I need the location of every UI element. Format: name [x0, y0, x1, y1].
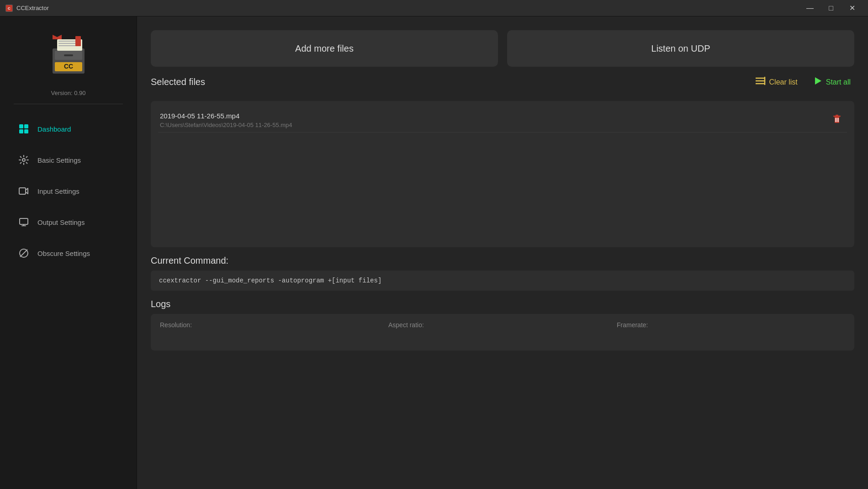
dashboard-icon — [17, 122, 30, 135]
basic-settings-label: Basic Settings — [37, 156, 81, 164]
log-framerate: Framerate: — [617, 321, 845, 329]
svg-rect-14 — [19, 124, 23, 128]
selected-files-title: Selected files — [151, 77, 205, 87]
start-all-icon — [814, 77, 822, 87]
sidebar-item-dashboard[interactable]: Dashboard — [4, 114, 133, 144]
files-list: 2019-04-05 11-26-55.mp4 C:\Users\Stefan\… — [151, 101, 854, 247]
framerate-label: Framerate: — [617, 321, 648, 329]
app-icon: C — [5, 5, 13, 12]
settings-icon — [17, 154, 30, 166]
svg-rect-17 — [24, 129, 28, 133]
svg-line-22 — [20, 250, 27, 257]
resolution-label: Resolution: — [160, 321, 192, 329]
close-button[interactable]: ✕ — [842, 0, 863, 16]
delete-file-button[interactable] — [829, 112, 845, 128]
logs-box: Resolution: Aspect ratio: Framerate: — [151, 314, 854, 351]
maximize-button[interactable]: □ — [820, 0, 842, 16]
output-settings-label: Output Settings — [37, 218, 85, 226]
sidebar-item-basic-settings[interactable]: Basic Settings — [4, 145, 133, 175]
dashboard-label: Dashboard — [37, 125, 71, 133]
title-bar-controls: — □ ✕ — [799, 0, 863, 16]
start-all-button[interactable]: Start all — [810, 75, 854, 89]
logo-svg: CC — [46, 32, 91, 78]
svg-rect-4 — [64, 54, 73, 56]
file-info: 2019-04-05 11-26-55.mp4 C:\Users\Stefan\… — [160, 112, 292, 128]
app-container: CC Version: 0.90 — [0, 16, 868, 489]
top-buttons: Add more files Listen on UDP — [151, 30, 854, 67]
app-logo: CC — [39, 26, 98, 85]
main-content: Add more files Listen on UDP Selected fi… — [137, 16, 868, 489]
sidebar-nav: Dashboard Basic Settings — [0, 113, 137, 269]
logs-title: Logs — [151, 299, 854, 309]
table-row: 2019-04-05 11-26-55.mp4 C:\Users\Stefan\… — [158, 108, 847, 133]
output-icon — [17, 216, 30, 229]
svg-rect-19 — [19, 188, 26, 194]
sidebar-item-obscure-settings[interactable]: Obscure Settings — [4, 239, 133, 268]
logs-stats: Resolution: Aspect ratio: Framerate: — [160, 321, 845, 329]
command-title: Current Command: — [151, 255, 854, 266]
input-settings-label: Input Settings — [37, 187, 79, 195]
obscure-settings-label: Obscure Settings — [37, 250, 90, 257]
svg-text:CC: CC — [64, 63, 73, 70]
svg-rect-30 — [836, 115, 838, 116]
svg-marker-27 — [815, 77, 821, 85]
app-version: Version: 0.90 — [14, 90, 123, 104]
svg-point-18 — [22, 159, 25, 161]
title-bar: C CCExtractor — □ ✕ — [0, 0, 868, 16]
clear-list-label: Clear list — [769, 78, 798, 86]
clear-list-button[interactable]: Clear list — [752, 75, 801, 89]
file-name: 2019-04-05 11-26-55.mp4 — [160, 112, 292, 120]
title-bar-left: C CCExtractor — [5, 5, 49, 12]
app-title: CCExtractor — [16, 5, 49, 11]
sidebar: CC Version: 0.90 — [0, 16, 137, 489]
log-resolution: Resolution: — [160, 321, 388, 329]
svg-text:C: C — [8, 6, 11, 11]
command-section: Current Command: ccextractor --gui_mode_… — [151, 255, 854, 291]
obscure-icon — [17, 247, 30, 260]
start-all-label: Start all — [826, 78, 851, 86]
file-path: C:\Users\Stefan\Videos\2019-04-05 11-26-… — [160, 122, 292, 128]
svg-rect-20 — [20, 218, 28, 224]
add-files-button[interactable]: Add more files — [151, 30, 498, 67]
logs-section: Logs Resolution: Aspect ratio: Framerate… — [151, 299, 854, 351]
sidebar-item-output-settings[interactable]: Output Settings — [4, 207, 133, 237]
clear-list-icon — [756, 77, 766, 87]
svg-marker-7 — [53, 35, 62, 39]
header-actions: Clear list Start all — [752, 75, 854, 89]
command-box: ccextractor --gui_mode_reports -autoprog… — [151, 271, 854, 291]
input-icon — [17, 185, 30, 197]
listen-udp-button[interactable]: Listen on UDP — [507, 30, 854, 67]
aspect-ratio-label: Aspect ratio: — [388, 321, 424, 329]
minimize-button[interactable]: — — [799, 0, 820, 16]
sidebar-item-input-settings[interactable]: Input Settings — [4, 176, 133, 206]
svg-rect-10 — [58, 43, 77, 44]
svg-rect-16 — [19, 129, 23, 133]
selected-files-header: Selected files Clear list — [151, 75, 854, 89]
svg-rect-15 — [24, 124, 28, 128]
log-aspect-ratio: Aspect ratio: — [388, 321, 617, 329]
